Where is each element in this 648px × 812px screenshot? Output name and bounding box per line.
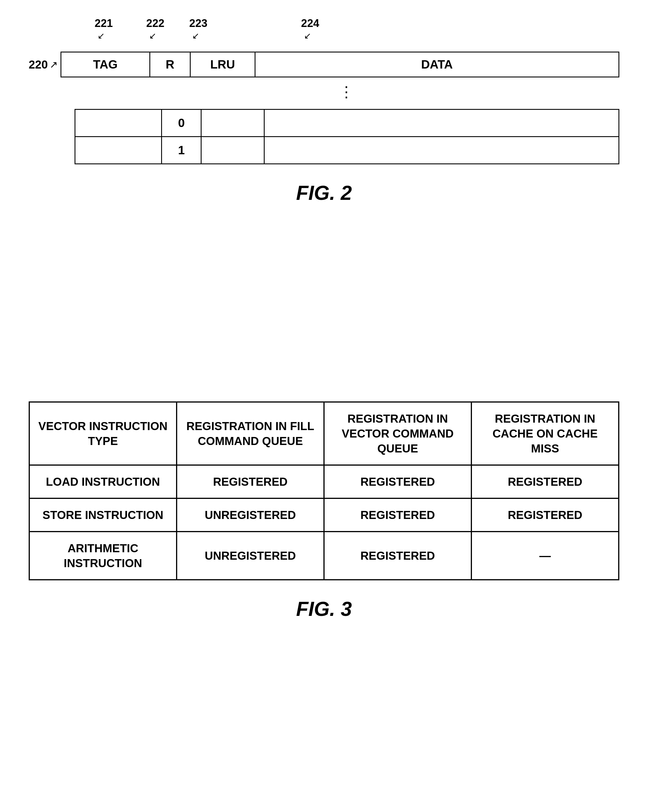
ref-224-arrow: ↙ xyxy=(304,31,319,41)
fig2-section: 221 ↙ 222 ↙ 223 ↙ 224 ↙ 220 ↗ TAG R LRU xyxy=(29,17,619,205)
lower-row-1: 1 xyxy=(75,137,619,164)
fig2-lower-rows: 0 1 xyxy=(75,109,619,164)
row-store-vector: REGISTERED xyxy=(324,498,471,531)
lower-r-0: 0 xyxy=(162,110,201,137)
ellipsis-dots: ⋮ xyxy=(75,78,619,106)
row-load-fill: REGISTERED xyxy=(177,465,324,498)
ref-223-arrow: ↙ xyxy=(192,31,207,41)
row-load-vector: REGISTERED xyxy=(324,465,471,498)
fig3-caption: FIG. 3 xyxy=(29,598,619,620)
row-store-cache: REGISTERED xyxy=(471,498,619,531)
row-load-type: LOAD INSTRUCTION xyxy=(29,465,177,498)
ref-221-arrow: ↙ xyxy=(98,31,113,41)
col4-header: REGISTRATION IN CACHE ON CACHE MISS xyxy=(471,402,619,465)
ref-222-arrow: ↙ xyxy=(149,31,164,41)
lower-tag-0 xyxy=(75,110,162,137)
lower-r-1: 1 xyxy=(162,137,201,164)
row-arith-vector: REGISTERED xyxy=(324,531,471,580)
row-arith-cache: — xyxy=(471,531,619,580)
fig3-row-arithmetic: ARITHMETIC INSTRUCTION UNREGISTERED REGI… xyxy=(29,531,619,580)
field-r: R xyxy=(150,52,191,77)
col2-header: REGISTRATION IN FILL COMMAND QUEUE xyxy=(177,402,324,465)
cache-header-table: TAG R LRU DATA xyxy=(61,52,619,78)
fig3-row-load: LOAD INSTRUCTION REGISTERED REGISTERED R… xyxy=(29,465,619,498)
ref-224-label: 224 xyxy=(301,17,319,29)
ref-222-label: 222 xyxy=(146,17,164,29)
cache-main-row: 220 ↗ TAG R LRU DATA xyxy=(29,52,619,78)
ref-223-label: 223 xyxy=(189,17,207,29)
row-220-arrow: ↗ xyxy=(50,59,58,70)
row-store-fill: UNREGISTERED xyxy=(177,498,324,531)
fig3-section: VECTOR INSTRUCTION TYPE REGISTRATION IN … xyxy=(29,401,619,620)
fig3-row-store: STORE INSTRUCTION UNREGISTERED REGISTERE… xyxy=(29,498,619,531)
field-tag: TAG xyxy=(61,52,150,77)
lower-lru-1 xyxy=(201,137,264,164)
lower-row-table: 0 1 xyxy=(75,109,619,164)
field-lru: LRU xyxy=(191,52,255,77)
field-data: DATA xyxy=(255,52,619,77)
row-load-cache: REGISTERED xyxy=(471,465,619,498)
fig3-table: VECTOR INSTRUCTION TYPE REGISTRATION IN … xyxy=(29,401,619,580)
row-220-label: 220 xyxy=(29,58,48,71)
row-arith-type: ARITHMETIC INSTRUCTION xyxy=(29,531,177,580)
row-store-type: STORE INSTRUCTION xyxy=(29,498,177,531)
lower-lru-0 xyxy=(201,110,264,137)
lower-data-1 xyxy=(264,137,619,164)
lower-data-0 xyxy=(264,110,619,137)
lower-tag-1 xyxy=(75,137,162,164)
row-arith-fill: UNREGISTERED xyxy=(177,531,324,580)
fig3-header-row: VECTOR INSTRUCTION TYPE REGISTRATION IN … xyxy=(29,402,619,465)
col3-header: REGISTRATION IN VECTOR COMMAND QUEUE xyxy=(324,402,471,465)
fig2-caption: FIG. 2 xyxy=(29,182,619,205)
lower-row-0: 0 xyxy=(75,110,619,137)
col1-header: VECTOR INSTRUCTION TYPE xyxy=(29,402,177,465)
ref-221-label: 221 xyxy=(95,17,113,29)
